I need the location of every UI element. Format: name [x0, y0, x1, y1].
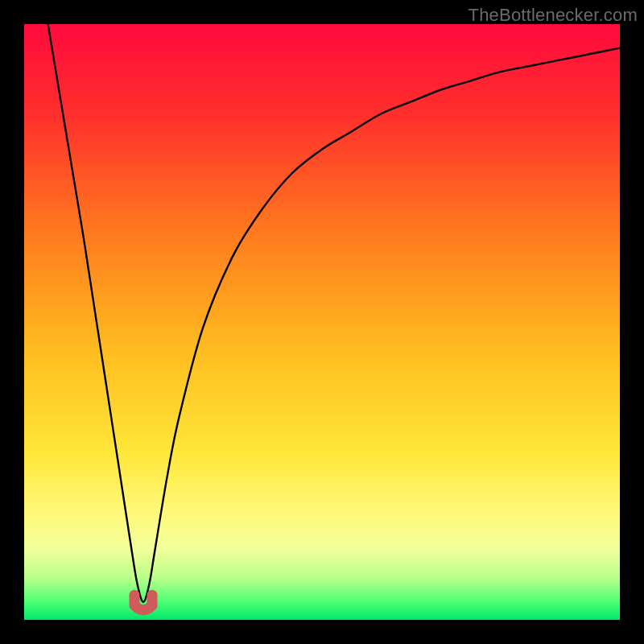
chart-frame: [24, 24, 620, 620]
watermark-text: TheBottlenecker.com: [469, 5, 638, 26]
bottleneck-curve-path: [48, 24, 620, 602]
chart-svg-layer: [24, 24, 620, 620]
